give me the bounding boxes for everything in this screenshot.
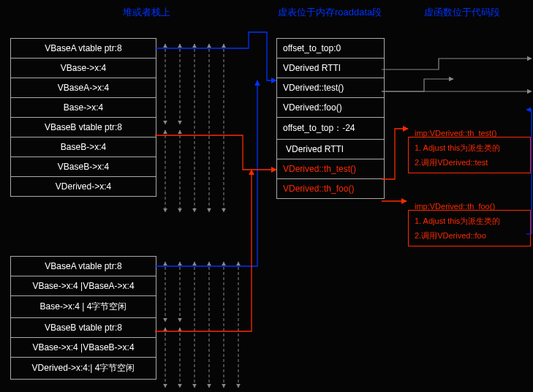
obj2-row-1: VBase->x:4 |VBaseA->x:4	[11, 276, 156, 296]
obj2-row-2: Base->x:4 | 4字节空闲	[11, 296, 156, 318]
vtable-row-2: VDerived::test()	[277, 78, 385, 98]
thunk-box-test-title: imp:VDerived::th_test()	[415, 126, 496, 140]
heading-heap-stack: 堆或者栈上	[123, 6, 170, 19]
obj1-row-5: BaseB->x:4	[11, 137, 156, 157]
object-layout-1: VBaseA vtable ptr:8 VBase->x:4 VBaseA->x…	[10, 38, 156, 197]
vtable-row-3: VDerived::foo()	[277, 98, 385, 118]
vtable-row-5: VDerived RTTI	[277, 140, 385, 159]
obj1-row-0: VBaseA vtable ptr:8	[11, 39, 156, 59]
vtable-row-1: VDerived RTTI	[277, 59, 385, 78]
heading-vtable-segment: 虚表位于内存roaddata段	[278, 6, 382, 19]
thunk-box-test-line2: 2.调用VDerived::test	[415, 155, 524, 170]
vtable-row-0: offset_to_top:0	[277, 39, 385, 59]
obj1-row-1: VBase->x:4	[11, 59, 156, 78]
thunk-box-foo-line1: 1. Adjust this为派生类的	[415, 214, 524, 228]
obj2-row-3: VBaseB vtable ptr:8	[11, 318, 156, 338]
obj1-row-4: VBaseB vtable ptr:8	[11, 118, 156, 137]
obj1-row-2: VBaseA->x:4	[11, 78, 156, 98]
thunk-box-foo-title: imp:VDerived::th_foo()	[415, 199, 495, 214]
obj2-row-5: VDerived->x:4:| 4字节空闲	[11, 358, 156, 380]
thunk-box-test: imp:VDerived::th_test() 1. Adjust this为派…	[408, 137, 531, 173]
obj1-row-7: VDerived->x:4	[11, 177, 156, 197]
obj2-row-0: VBaseA vtable ptr:8	[11, 257, 156, 276]
thunk-box-foo-line2: 2.调用VDerived::foo	[415, 228, 524, 243]
object-layout-2: VBaseA vtable ptr:8 VBase->x:4 |VBaseA->…	[10, 256, 156, 380]
vtable-row-4: offset_to_top：-24	[277, 118, 385, 140]
vtable-row-6: VDerived::th_test()	[277, 159, 385, 179]
heading-code-segment: 虚函数位于代码段	[424, 6, 500, 19]
obj1-row-6: VBaseB->x:4	[11, 157, 156, 177]
obj1-row-3: Base->x:4	[11, 98, 156, 118]
vtable-row-7: VDerived::th_foo()	[277, 179, 385, 199]
thunk-box-test-line1: 1. Adjust this为派生类的	[415, 140, 524, 155]
obj2-row-4: VBase->x:4 |VBaseB->x:4	[11, 338, 156, 358]
vtable-layout: offset_to_top:0 VDerived RTTI VDerived::…	[276, 38, 385, 199]
thunk-box-foo: imp:VDerived::th_foo() 1. Adjust this为派生…	[408, 210, 531, 246]
